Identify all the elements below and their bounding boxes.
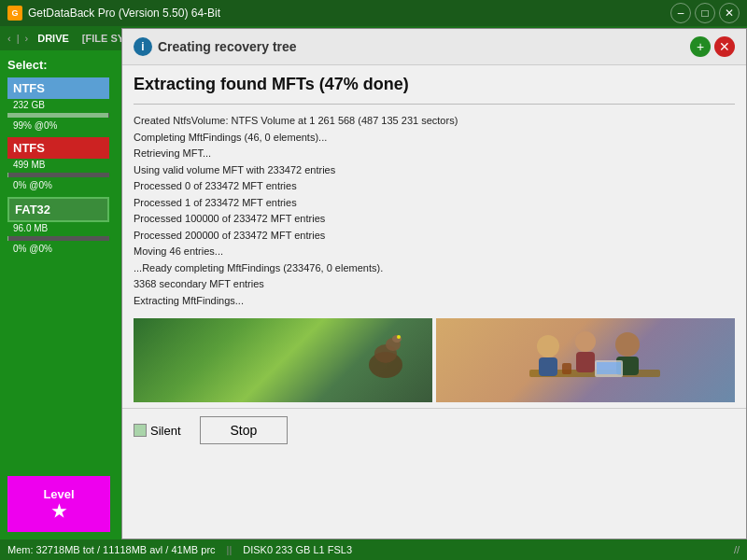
level-label: Level	[43, 487, 74, 501]
log-line: Retrieving MFT...	[134, 146, 735, 161]
log-line: Using valid volume MFT with 233472 entri…	[134, 162, 735, 178]
status-left: Mem: 32718MB tot / 11118MB avl / 41MB pr…	[7, 544, 352, 555]
drive-details-ntfs-2: 0% @0%	[7, 179, 109, 191]
minimize-button[interactable]: –	[670, 3, 691, 23]
app-icon: G	[7, 6, 22, 21]
status-separator: ||	[227, 544, 233, 555]
silent-checkbox-box[interactable]	[134, 424, 147, 437]
svg-point-8	[575, 331, 596, 352]
dialog-plus-button[interactable]: +	[690, 36, 711, 57]
log-line: Processed 200000 of 233472 MFT entries	[134, 228, 735, 244]
dialog-main-title: Extracting found MFTs (47% done)	[122, 65, 746, 100]
dino-svg	[358, 328, 414, 384]
log-line: 3368 secondary MFT entries	[134, 276, 735, 292]
dialog-header: i Creating recovery tree + ✕	[122, 29, 746, 65]
drive-details-ntfs-1: 99% @0%	[7, 119, 109, 132]
drive-progress-fill-1	[7, 113, 108, 118]
drive-label-fat32: FAT32	[7, 197, 109, 222]
nav-item-drive[interactable]: DRIVE	[34, 31, 73, 46]
dialog-images	[134, 318, 735, 402]
main-area: Select: NTFS 232 GB 99% @0% NTFS 499 MB …	[0, 50, 747, 526]
log-line: Created NtfsVolume: NTFS Volume at 1 261…	[134, 113, 735, 129]
status-disk: DISK0 233 GB L1 FSL3	[243, 544, 352, 555]
stop-button[interactable]: Stop	[200, 416, 289, 444]
status-mem: Mem: 32718MB tot / 11118MB avl / 41MB pr…	[7, 544, 216, 555]
svg-point-10	[615, 332, 640, 357]
level-box[interactable]: Level ★	[7, 476, 110, 532]
image-people	[436, 318, 735, 402]
drive-progress-bar-3	[7, 236, 109, 241]
drive-progress-fill-2	[7, 173, 8, 177]
drive-progress-bar-1	[7, 113, 109, 118]
drive-item-ntfs-1[interactable]: NTFS 232 GB 99% @0%	[7, 77, 109, 132]
sidebar: Select: NTFS 232 GB 99% @0% NTFS 499 MB …	[0, 50, 117, 526]
dialog-header-controls: + ✕	[690, 36, 735, 57]
drive-size-ntfs-1: 232 GB	[7, 99, 109, 111]
people-svg	[436, 318, 735, 402]
log-line: ...Ready completing MftFindings (233476,…	[134, 260, 735, 276]
recovery-dialog: i Creating recovery tree + ✕ Extracting …	[121, 28, 747, 539]
drive-progress-bar-2	[7, 173, 109, 177]
app-title: GetDataBack Pro (Version 5.50) 64-Bit	[28, 7, 670, 20]
drive-item-ntfs-2[interactable]: NTFS 499 MB 0% @0%	[7, 137, 109, 191]
select-label: Select:	[7, 58, 109, 72]
log-line: Completing MftFindings (46, 0 elements).…	[134, 130, 735, 146]
info-icon: i	[134, 37, 152, 56]
maximize-button[interactable]: □	[695, 3, 715, 23]
drive-label-ntfs-2: NTFS	[7, 137, 109, 159]
back-arrow-icon[interactable]: ‹	[7, 33, 11, 44]
dialog-divider	[134, 104, 735, 105]
drive-item-fat32[interactable]: FAT32 96.0 MB 0% @0%	[7, 197, 109, 255]
log-line: Processed 100000 of 233472 MFT entries	[134, 211, 735, 227]
svg-rect-14	[562, 363, 571, 374]
log-line: Extracting MftFindings...	[134, 293, 735, 309]
status-bar: Mem: 32718MB tot / 11118MB avl / 41MB pr…	[0, 539, 747, 560]
dialog-title-area: i Creating recovery tree	[134, 37, 297, 56]
drive-progress-fill-3	[7, 236, 8, 241]
dialog-close-button[interactable]: ✕	[714, 36, 735, 57]
drive-size-ntfs-2: 499 MB	[7, 159, 109, 171]
dialog-footer: Silent Stop	[122, 408, 746, 452]
svg-rect-13	[597, 362, 621, 374]
drive-size-fat32: 96.0 MB	[7, 222, 109, 234]
window-controls: – □ ✕	[670, 3, 740, 23]
forward-arrow-icon[interactable]: ›	[25, 33, 29, 44]
dialog-header-title: Creating recovery tree	[158, 39, 297, 54]
nav-separator: |	[17, 33, 20, 44]
svg-point-6	[537, 335, 559, 357]
status-resize-icon: //	[734, 544, 740, 555]
log-line: Processed 1 of 233472 MFT entries	[134, 195, 735, 211]
log-line: Moving 46 entries...	[134, 244, 735, 259]
silent-checkbox-label[interactable]: Silent	[134, 424, 181, 438]
level-star-icon: ★	[51, 501, 66, 522]
log-line: Processed 0 of 233472 MFT entries	[134, 178, 735, 194]
title-bar: G GetDataBack Pro (Version 5.50) 64-Bit …	[0, 0, 747, 26]
drive-details-fat32: 0% @0%	[7, 243, 109, 255]
svg-rect-9	[576, 352, 595, 372]
svg-rect-7	[539, 357, 557, 376]
dialog-log: Created NtfsVolume: NTFS Volume at 1 261…	[122, 108, 746, 313]
image-dino	[134, 318, 432, 402]
silent-label: Silent	[150, 424, 181, 438]
svg-point-4	[397, 335, 401, 339]
close-window-button[interactable]: ✕	[719, 3, 740, 23]
drive-label-ntfs-1: NTFS	[7, 77, 109, 99]
